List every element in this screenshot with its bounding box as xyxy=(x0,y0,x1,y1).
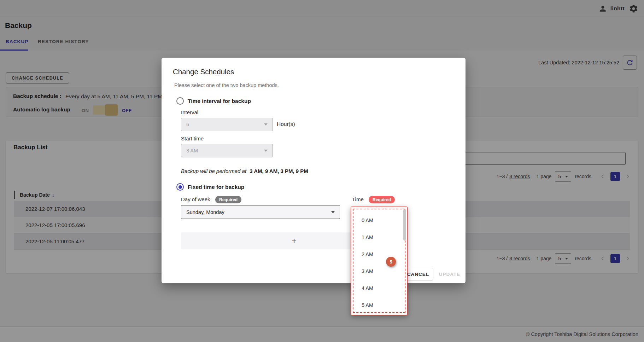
time-label: Time xyxy=(352,196,364,202)
dialog-title: Change Schedules xyxy=(173,68,234,76)
hours-suffix: Hour(s) xyxy=(277,121,295,127)
scrollbar-thumb[interactable] xyxy=(403,209,406,240)
start-time-select[interactable]: 3 AM xyxy=(181,144,273,157)
interval-value: 6 xyxy=(186,122,189,127)
day-of-week-value: Sunday, Monday xyxy=(186,209,224,215)
time-dropdown-popup: 0 AM 1 AM 2 AM 3 AM 4 AM 5 AM 5 xyxy=(351,207,408,315)
radio-fixed-time-label[interactable]: Fixed time for backup xyxy=(188,184,244,190)
day-of-week-select[interactable]: Sunday, Monday xyxy=(181,205,340,219)
start-time-value: 3 AM xyxy=(186,148,198,153)
radio-time-interval[interactable] xyxy=(176,97,184,105)
chevron-down-icon xyxy=(331,211,335,213)
chevron-down-icon xyxy=(264,123,268,126)
backup-note: Backup will be performed at 3 AM, 9 AM, … xyxy=(181,168,308,174)
update-button[interactable]: UPDATE xyxy=(435,268,464,280)
radio-dot xyxy=(178,185,182,189)
required-badge-gray: Required xyxy=(215,196,241,203)
dashed-error-border xyxy=(353,209,405,313)
interval-select[interactable]: 6 xyxy=(181,118,273,131)
note-times: 3 AM, 9 AM, 3 PM, 9 PM xyxy=(250,168,308,174)
required-badge-red: Required xyxy=(369,196,395,203)
time-option[interactable]: 0 AM xyxy=(362,218,373,225)
time-option[interactable]: 5 AM xyxy=(362,302,373,309)
radio-fixed-time[interactable] xyxy=(176,183,184,191)
time-option[interactable]: 1 AM xyxy=(362,234,373,242)
time-option[interactable]: 2 AM xyxy=(362,251,373,259)
change-schedules-dialog: Change Schedules Please select one of th… xyxy=(162,58,466,283)
time-option[interactable]: 3 AM xyxy=(362,268,373,276)
screen: linhtt Backup BACKUP RESTORE HISTORY Las… xyxy=(0,0,644,342)
time-option[interactable]: 4 AM xyxy=(362,285,373,292)
dialog-subtitle: Please select one of the two backup meth… xyxy=(174,82,279,88)
note-prefix: Backup will be performed at xyxy=(181,168,246,174)
chevron-down-icon xyxy=(264,150,268,152)
interval-label: Interval xyxy=(181,109,198,115)
radio-time-interval-label[interactable]: Time interval for backup xyxy=(188,98,251,104)
day-of-week-label: Day of week xyxy=(181,196,210,202)
start-time-label: Start time xyxy=(181,135,204,141)
count-badge: 5 xyxy=(386,257,396,267)
